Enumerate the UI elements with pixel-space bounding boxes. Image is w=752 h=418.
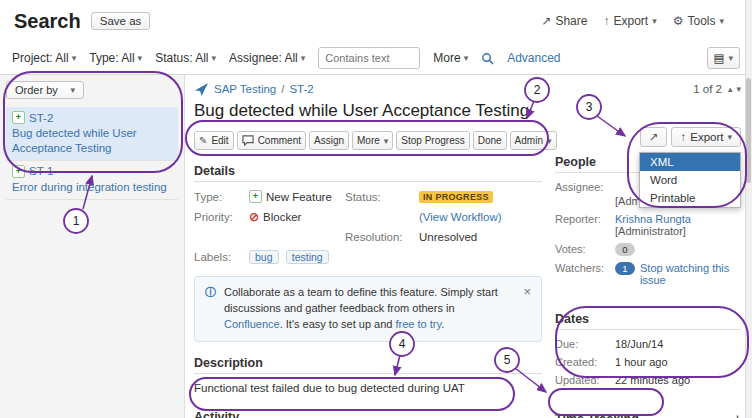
advanced-link[interactable]: Advanced <box>507 51 560 65</box>
dates-section: Dates Due: 18/Jun/14 Created: 1 hour ago… <box>555 312 741 386</box>
tools-button[interactable]: ⚙ Tools ▾ <box>673 14 724 28</box>
export-issue-button[interactable]: ↑ Export ▾ <box>671 127 741 147</box>
info-icon: ⓘ <box>205 285 216 301</box>
resolution-label: Resolution: <box>345 231 419 243</box>
issue-list: + ST-2 Bug detected while User Acceptanc… <box>6 107 178 200</box>
issue-list-item-st1[interactable]: + ST-1 Error during integration testing <box>6 161 178 200</box>
pager-text: 1 of 2 <box>693 83 722 95</box>
breadcrumb: SAP Testing / ST-2 <box>194 81 542 97</box>
view-workflow-link[interactable]: (View Workflow) <box>419 211 542 223</box>
share-button[interactable]: ↗ Share <box>541 14 587 28</box>
add-time-tracking-button[interactable]: + <box>734 412 741 418</box>
blocker-icon: ⊘ <box>249 210 259 224</box>
banner-text-3: . <box>441 318 444 330</box>
reporter-name-link[interactable]: Krishna Rungta <box>615 213 691 225</box>
chevron-down-icon: ▾ <box>72 53 77 63</box>
page-header: Search Save as ↗ Share ↑ Export ▾ ⚙ Tool… <box>0 0 752 42</box>
issue-key-link[interactable]: ST-1 <box>29 165 53 177</box>
done-button[interactable]: Done <box>473 131 507 150</box>
type-label: Type: <box>194 191 249 203</box>
share-issue-button[interactable]: ↗ <box>640 127 668 147</box>
chevron-down-icon: ▾ <box>384 136 389 146</box>
filter-more-dropdown[interactable]: More ▾ <box>433 51 468 65</box>
new-feature-icon: + <box>249 190 262 203</box>
assign-button[interactable]: Assign <box>309 131 349 150</box>
export-label: Export <box>613 14 648 28</box>
issue-title: Bug detected while User Acceptance Testi… <box>194 101 542 121</box>
admin-label: Admin <box>515 135 543 146</box>
updated-label: Updated: <box>555 374 615 386</box>
assign-label: Assign <box>314 135 344 146</box>
stop-progress-button[interactable]: Stop Progress <box>396 131 469 150</box>
free-to-try-link[interactable]: free to try <box>396 318 442 330</box>
filter-type-label: Type: All <box>89 51 134 65</box>
issue-main-column: SAP Testing / ST-2 Bug detected while Us… <box>194 81 542 418</box>
label-tag-testing[interactable]: testing <box>286 250 329 264</box>
chevron-down-icon: ▾ <box>652 16 657 26</box>
description-section: Description Functional test failed due t… <box>194 356 542 394</box>
project-avatar-icon <box>194 82 209 97</box>
due-value: 18/Jun/14 <box>615 338 741 350</box>
status-badge-text: IN PROGRESS <box>419 191 493 203</box>
issue-summary-link[interactable]: Error during integration testing <box>12 180 172 195</box>
page-title: Search <box>14 10 81 33</box>
issue-key-link[interactable]: ST-2 <box>29 112 53 124</box>
assignee-label: Assignee: <box>555 181 615 207</box>
issue-summary-link[interactable]: Bug detected while User Acceptance Testi… <box>12 126 172 156</box>
confluence-link[interactable]: Confluence <box>224 318 280 330</box>
scrollbar-thumb[interactable] <box>746 78 751 183</box>
breadcrumb-issue-link[interactable]: ST-2 <box>289 83 313 95</box>
labels-label: Labels: <box>194 251 249 263</box>
label-tag-bug[interactable]: bug <box>249 250 279 264</box>
pager-down-icon[interactable]: ▾ <box>736 84 741 94</box>
pager-up-icon[interactable]: ▴ <box>728 84 733 94</box>
done-label: Done <box>478 135 502 146</box>
filter-status-dropdown[interactable]: Status: All ▾ <box>155 51 216 65</box>
breadcrumb-project-link[interactable]: SAP Testing <box>214 83 276 95</box>
chevron-down-icon: ▾ <box>719 16 724 26</box>
edit-icon: ✎ <box>199 135 207 146</box>
contains-text-input[interactable] <box>318 47 420 69</box>
status-label: Status: <box>345 191 419 203</box>
vertical-scrollbar[interactable] <box>745 0 752 418</box>
close-icon[interactable]: × <box>523 285 531 298</box>
stop-watching-link[interactable]: Stop watching this issue <box>640 262 741 286</box>
comment-button[interactable]: Comment <box>237 131 306 150</box>
filter-project-dropdown[interactable]: Project: All ▾ <box>12 51 76 65</box>
filter-assignee-dropdown[interactable]: Assignee: All ▾ <box>229 51 305 65</box>
filter-project-label: Project: All <box>12 51 69 65</box>
comment-icon <box>242 135 254 146</box>
export-option-printable[interactable]: Printable <box>640 189 740 207</box>
admin-button[interactable]: Admin ▾ <box>510 131 557 150</box>
new-feature-icon: + <box>12 165 25 178</box>
watchers-badge[interactable]: 1 <box>615 262 635 275</box>
issue-list-item-st2[interactable]: + ST-2 Bug detected while User Acceptanc… <box>6 107 178 161</box>
reporter-label: Reporter: <box>555 213 615 237</box>
chevron-down-icon: ▾ <box>727 132 732 142</box>
export-option-xml[interactable]: XML <box>640 153 740 171</box>
search-button[interactable] <box>481 52 494 65</box>
labels-value: bug testing <box>249 250 345 264</box>
order-by-dropdown[interactable]: Order by ▾ <box>6 81 84 99</box>
chevron-down-icon: ▾ <box>464 53 469 63</box>
description-heading: Description <box>194 356 542 374</box>
views-button[interactable]: ▤ ▾ <box>707 47 740 69</box>
votes-badge[interactable]: 0 <box>615 243 635 256</box>
priority-label: Priority: <box>194 211 249 223</box>
edit-button[interactable]: ✎ Edit <box>194 131 234 150</box>
filter-more-label: More <box>433 51 460 65</box>
save-as-button[interactable]: Save as <box>91 12 151 30</box>
export-icon: ↑ <box>603 14 609 28</box>
export-menu-button[interactable]: ↑ Export ▾ <box>603 14 656 28</box>
gear-icon: ⚙ <box>673 14 684 28</box>
filter-type-dropdown[interactable]: Type: All ▾ <box>89 51 142 65</box>
export-option-word[interactable]: Word <box>640 171 740 189</box>
share-icon: ↗ <box>649 130 659 144</box>
more-button[interactable]: More ▾ <box>352 131 393 150</box>
priority-value: ⊘ Blocker <box>249 210 345 224</box>
order-by-label: Order by <box>15 84 58 96</box>
description-text: Functional test failed due to bug detect… <box>194 382 542 394</box>
export-icon: ↑ <box>680 131 686 143</box>
issue-toolbar: ✎ Edit Comment Assign More ▾ Stop <box>194 131 542 150</box>
type-value-text: New Feature <box>266 191 332 203</box>
